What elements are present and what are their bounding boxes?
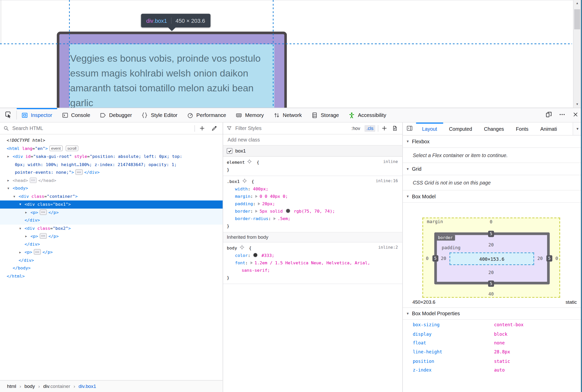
box-model-section-header[interactable]: ▼ Box Model [403, 190, 582, 203]
ellipsis-badge[interactable]: ⋯ [40, 233, 47, 239]
breadcrumb-item-div-box1[interactable]: div.box1 [79, 384, 96, 389]
css-declaration[interactable]: margin: 0 0 40px 0; [223, 193, 402, 200]
bm-property-name[interactable]: z-index [403, 368, 494, 373]
rule-selector[interactable]: .box1 [227, 179, 239, 184]
ellipsis-badge[interactable]: ⋯ [40, 209, 47, 215]
sidebar-tab-changes[interactable]: Changes [478, 123, 510, 135]
search-html-input[interactable] [12, 125, 192, 132]
class-checkbox[interactable] [227, 148, 232, 154]
eyedropper-button[interactable] [209, 125, 219, 131]
breadcrumb-item-body[interactable]: body [25, 384, 35, 389]
property-name[interactable]: border-radius [235, 216, 268, 221]
all-tabs-menu-button[interactable]: ▼ [573, 123, 582, 135]
tab-accessibility[interactable]: Accessibility [344, 108, 391, 122]
markup-line[interactable]: 0px; width: 100%; height…100%; z-index: … [0, 161, 223, 169]
box-model-properties-header[interactable]: ▼ Box Model Properties [403, 308, 582, 320]
bm-padding-bottom[interactable]: 20 [488, 270, 494, 275]
color-swatch-icon[interactable] [286, 209, 290, 213]
bm-property-name[interactable]: display [403, 331, 494, 336]
bm-property-value[interactable]: none [494, 340, 505, 345]
grid-section-header[interactable]: ▼ Grid [403, 163, 582, 175]
expand-arrow-icon[interactable]: ▶ [25, 209, 27, 216]
color-swatch-icon[interactable] [253, 253, 258, 257]
add-rule-button[interactable] [381, 125, 388, 131]
property-value[interactable]: #333; [259, 253, 274, 258]
tab-network[interactable]: Network [269, 108, 307, 122]
markup-line[interactable]: </html> [0, 272, 223, 280]
bm-margin-top[interactable]: 0 [490, 219, 492, 224]
expand-arrow-icon[interactable]: ▼ [7, 184, 9, 192]
markup-line[interactable]: ▼<div class="box1"> [0, 200, 223, 208]
bm-property-name[interactable]: box-sizing [403, 322, 494, 328]
bm-margin-bottom[interactable]: 40 [488, 291, 494, 297]
bm-property-name[interactable]: position [403, 358, 494, 364]
markup-line[interactable]: </div> [0, 240, 223, 248]
expand-arrow-icon[interactable]: ▶ [19, 248, 21, 256]
css-rule[interactable]: body {color: #333;font: 1.2em / 1.5 Helv… [223, 242, 402, 284]
ellipsis-badge[interactable]: ⋯ [34, 249, 41, 255]
css-declaration[interactable]: color: #333; [223, 252, 402, 259]
css-rule[interactable]: .box1 {width: 400px;margin: 0 0 40px 0;p… [223, 176, 402, 233]
property-value[interactable]: rgb(75, 70, 74); [291, 209, 335, 214]
selector-highlighter-icon[interactable] [240, 244, 244, 252]
event-badge[interactable]: event [49, 145, 63, 151]
markup-line[interactable]: </body> [0, 264, 223, 272]
css-declaration[interactable]: border-radius: .5em; [223, 215, 402, 222]
markup-line[interactable]: </div> [0, 256, 223, 264]
bm-property-name[interactable]: line-height [403, 350, 494, 355]
breadcrumb-item-div[interactable]: div.container [43, 384, 70, 389]
tab-storage[interactable]: Storage [307, 108, 344, 122]
css-declaration[interactable]: padding: 20px; [223, 200, 402, 208]
markup-line[interactable]: ▶<div id="saka-gui-root" style="position… [0, 153, 223, 160]
tab-debugger[interactable]: Debugger [95, 108, 137, 122]
bm-property-value[interactable]: block [494, 331, 507, 336]
markup-line[interactable]: ▼<body> [0, 184, 223, 192]
bm-property-value[interactable]: static [494, 358, 510, 364]
expand-arrow-icon[interactable]: ▶ [7, 153, 9, 160]
print-media-simulation-button[interactable] [390, 125, 399, 131]
sidebar-tab-animations[interactable]: Animati [534, 123, 563, 135]
property-name[interactable]: margin [235, 194, 250, 199]
markup-line[interactable]: </div> [0, 216, 223, 224]
rule-source-link[interactable]: inline:2 [378, 245, 398, 250]
css-declaration[interactable]: border: 5px solid rgb(75, 70, 74); [223, 208, 402, 215]
bm-margin-left[interactable]: 0 [426, 256, 429, 261]
markup-line[interactable]: ▼<div class="box2"> [0, 224, 223, 232]
bm-padding-right[interactable]: 20 [537, 256, 543, 261]
bm-property-value[interactable]: auto [494, 368, 505, 373]
expand-arrow-icon[interactable]: ▶ [7, 177, 9, 184]
markup-line[interactable]: <html lang="en">eventscroll [0, 145, 223, 153]
markup-line[interactable]: ▶<p>⋯</p> [0, 248, 223, 256]
property-value[interactable]: sans-serif; [242, 268, 270, 273]
bm-property-name[interactable]: float [403, 340, 494, 345]
bm-border-bottom[interactable]: 5 [488, 280, 494, 287]
markup-line[interactable]: pointer-events: none;">⋯</div> [0, 169, 223, 177]
sidebar-toggle-button[interactable] [403, 123, 416, 135]
flexbox-section-header[interactable]: ▼ Flexbox [403, 136, 582, 148]
css-declaration[interactable]: width: 400px; [223, 185, 402, 193]
markup-line[interactable]: ▶<head>⋯</head> [0, 177, 223, 184]
property-value[interactable]: 5px solid [260, 209, 285, 214]
tab-console[interactable]: Console [57, 108, 95, 122]
ellipsis-badge[interactable]: ⋯ [29, 177, 37, 183]
filter-styles-input[interactable] [235, 125, 347, 132]
expander-arrow-icon[interactable] [256, 210, 258, 213]
rule-source-link[interactable]: inline [383, 159, 398, 164]
css-rule[interactable]: element {}inline [223, 157, 402, 176]
tab-performance[interactable]: Performance [182, 108, 231, 122]
property-name[interactable]: border [235, 209, 250, 214]
property-value[interactable]: 400px; [253, 186, 268, 191]
property-name[interactable]: color [235, 253, 248, 258]
toggle-classes-button[interactable]: .cls [365, 125, 375, 132]
bm-property-value[interactable]: 28.8px [494, 350, 510, 355]
markup-line[interactable]: ▶<p>⋯</p> [0, 232, 223, 240]
bm-padding-left[interactable]: 20 [441, 256, 446, 261]
selector-highlighter-icon[interactable] [242, 178, 247, 185]
tab-memory[interactable]: Memory [231, 108, 269, 122]
property-value[interactable]: 20px; [262, 201, 275, 206]
expander-arrow-icon[interactable] [250, 261, 253, 264]
sidebar-tab-computed[interactable]: Computed [443, 123, 478, 135]
ellipsis-badge[interactable]: ⋯ [75, 169, 83, 175]
expander-arrow-icon[interactable] [256, 195, 258, 198]
expander-arrow-icon[interactable] [273, 217, 276, 220]
